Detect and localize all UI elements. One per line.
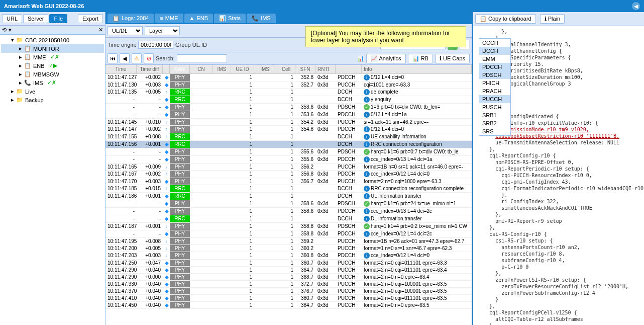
tree-item-enb[interactable]: ▸📋ENB✓▶ (1, 61, 104, 70)
file-button[interactable]: File (49, 14, 67, 23)
table-row[interactable]: 10:11:47.170+0.003◆PHY11356.70x3dPUCCHfo… (105, 178, 472, 185)
table-row[interactable]: 10:11:47.195+0.008↓PHY11359.2PUCCHformat… (105, 238, 472, 245)
col-header[interactable] (163, 65, 170, 73)
table-row[interactable]: 10:11:47.135+0.005↑RRC11DCCHide complete (105, 89, 472, 96)
table-row[interactable]: 10:11:47.165+0.009↓PHY11356.2PUCCHformat… (105, 164, 472, 171)
table-row[interactable]: 10:11:47.290+0.000◆PHY11368.70x3dPUCCHfo… (105, 274, 472, 281)
uecaps-button[interactable]: ℹ UE Caps (435, 54, 470, 63)
uldl-select[interactable]: UL/DL (108, 26, 143, 35)
url-button[interactable]: URL (2, 14, 22, 23)
table-row[interactable]: 10:11:47.370+0.040◆PHY11376.70x3dPUCCHfo… (105, 288, 472, 295)
nav-back-icon[interactable]: ◀ (120, 53, 130, 63)
table-row[interactable]: 10:11:47.330+0.040◆PHY11372.70x3dPUCCHfo… (105, 281, 472, 288)
tree-item-cbc-2021050100[interactable]: ▾📁CBC-2021050100 (1, 36, 104, 44)
tree-item-mme[interactable]: ▸📋MME✓✗ (1, 53, 104, 61)
table-row[interactable]: --◆PHY11355.60x3dPDCCHicce_index=0/13 L=… (105, 156, 472, 164)
dropdown-item[interactable]: PDCCH (479, 63, 510, 71)
export-button[interactable]: Export (78, 14, 103, 23)
col-header[interactable]: RAN (170, 65, 190, 73)
tab-enb[interactable]: ▲ENB (184, 14, 213, 23)
close-icon[interactable]: ✕ (98, 27, 103, 33)
col-header[interactable]: Cell (277, 65, 295, 73)
table-row[interactable]: --◆PHY11355.60x3dPDSCH✓harq=0 k1=6 prb=0… (105, 148, 472, 156)
table-row[interactable]: 10:11:47.167+0.002↑PHY11356.80x3dPDCCHic… (105, 171, 472, 178)
col-header[interactable]: UE ID (231, 65, 254, 73)
layer-select[interactable]: Layer (145, 26, 180, 35)
dropdown-item[interactable]: SRB1 (479, 111, 510, 119)
dropdown-item[interactable]: PRACH (479, 87, 510, 95)
table-row[interactable]: --◆PHY11353.60x3dPDCCHi0/13 L=4 dci=1a (105, 111, 472, 119)
dropdown-item[interactable]: PUSCH (479, 103, 510, 111)
table-row[interactable]: 10:11:47.155+0.008↑RRC11DCCHiUE capabili… (105, 133, 472, 141)
copy-button[interactable]: 📋 Copy to clipboard (475, 14, 536, 24)
collapse-left-icon[interactable]: ◀ (632, 2, 640, 10)
table-row[interactable]: 10:11:47.145+0.010↓PHY11354.20x3dPUCCHsr… (105, 119, 472, 126)
tab-ims[interactable]: 📞IMS (247, 14, 276, 23)
dropdown-item[interactable]: PUCCH (479, 95, 510, 103)
table-row[interactable]: --◆PHY11358.60x3dPDCCHicce_index=0/13 L=… (105, 208, 472, 215)
tree: ▾📁CBC-2021050100▸📋MONITOR▸📋MME✓✗▸📋ENB✓▶▸… (0, 35, 105, 325)
nav-first-icon[interactable]: ⏮ (108, 53, 118, 63)
col-header[interactable] (336, 65, 362, 73)
warning-icon[interactable]: ⚠ (132, 53, 142, 63)
search-label: Search: (156, 55, 175, 61)
table-row[interactable]: 10:11:47.450+0.040◆PHY11384.70x3dPUCCHfo… (105, 302, 472, 309)
chart-icon[interactable]: 📊 (357, 55, 364, 62)
table-row[interactable]: 10:11:47.130+0.003◆PHY11352.70x3dPUCCHcq… (105, 82, 472, 89)
table-row[interactable]: 10:11:47.156+0.001◆RRC11DCCHiRRC connect… (105, 141, 472, 148)
table-row[interactable]: --◆PHY11358.60x3dPDSCH✓harq=0 k1=6 prb=2… (105, 200, 472, 208)
tree-item-monitor[interactable]: ▸📋MONITOR (1, 44, 104, 53)
plain-button[interactable]: ℹ Plain (540, 14, 565, 24)
table-row[interactable]: 10:11:47.185+0.015↑RRC11DCCHiRRC connect… (105, 185, 472, 193)
col-header[interactable]: RNTI (315, 65, 336, 73)
rb-button[interactable]: 📊 RB (408, 54, 433, 63)
dropdown-item[interactable]: SRB2 (479, 119, 510, 127)
log-grid: TimeTime diffRANCNIMSUE IDIMSICellSFNRNT… (105, 65, 472, 325)
col-header[interactable]: Info (362, 65, 472, 73)
table-row[interactable]: 10:11:47.410+0.040◆PHY11380.70x3dPUCCHfo… (105, 295, 472, 302)
col-header[interactable]: SFN (295, 65, 315, 73)
tab-stats[interactable]: 📊Stats (214, 14, 246, 23)
tree-item-live[interactable]: ▸📁Live (1, 87, 104, 96)
tree-item-ims[interactable]: ▸📞IMS✓✗ (1, 78, 104, 87)
refresh-icon[interactable]: ⟲ (2, 27, 7, 33)
dropdown-item[interactable]: CCCH (479, 39, 510, 47)
expand-icon[interactable]: ▾ (9, 27, 12, 33)
time-origin-label: Time origin: (108, 42, 136, 48)
app-title: Amarisoft Web GUI 2022-08-26 (4, 3, 632, 9)
dropdown-item[interactable]: SRS (479, 127, 510, 135)
error-icon[interactable]: ⊘ (144, 53, 154, 63)
table-row[interactable]: --◆PHY11358.80x3dPDCCHicce_index=0/12 L=… (105, 230, 472, 238)
col-header[interactable]: Time (105, 65, 137, 73)
dropdown-item[interactable]: PHICH (479, 79, 510, 87)
search-input[interactable] (177, 54, 227, 62)
dropdown-item[interactable]: EMM (479, 55, 510, 63)
tab-mme[interactable]: ≡MME (155, 14, 183, 23)
col-header[interactable]: IMSI (254, 65, 277, 73)
table-row[interactable]: 10:11:47.127+0.002◆PHY11352.80x3dPDCCHi0… (105, 74, 472, 82)
filter-tooltip: [Optional] You may filter the following … (305, 26, 466, 47)
tab-logs-[interactable]: 📋Logs: 2084 (108, 14, 154, 23)
server-button[interactable]: Server (23, 14, 48, 23)
col-header[interactable]: IMS (213, 65, 231, 73)
group-ue-label: Group UE ID (175, 42, 207, 48)
table-row[interactable]: 10:11:47.186+0.001◆RRC11DCCHiUL informat… (105, 193, 472, 200)
tree-item-mbmsgw[interactable]: ▸📋MBMSGW (1, 70, 104, 78)
channel-dropdown[interactable]: CCCHDCCHEMMPDCCHPDSCHPHICHPRACHPUCCHPUSC… (479, 38, 511, 136)
table-row[interactable]: 10:11:47.290+0.040◆PHY11364.70x3dPUCCHfo… (105, 267, 472, 274)
table-row[interactable]: 10:11:47.250+0.047◆PHY11360.70x3dPUCCHfo… (105, 260, 472, 267)
table-row[interactable]: --◆PHY11353.60x3dPDSCH✓1=6 prb=0 tx=div … (105, 104, 472, 111)
table-row[interactable]: 10:11:47.147+0.002↑PHY11354.80x3dPDCCHi0… (105, 126, 472, 133)
table-row[interactable]: --◆RRC11DCCHiDL information transfer (105, 215, 472, 223)
analytics-button[interactable]: 📈 Analytics (366, 54, 405, 63)
table-row[interactable]: 10:11:47.200+0.005↓PHY11360.2PUCCHformat… (105, 245, 472, 252)
tree-item-backup[interactable]: ▸📁Backup (1, 96, 104, 104)
col-header[interactable]: Time diff (137, 65, 163, 73)
dropdown-item[interactable]: PDSCH (479, 71, 510, 79)
col-header[interactable]: CN (190, 65, 213, 73)
table-row[interactable]: 10:11:47.203+0.003↓PHY11360.80x3dPDCCHic… (105, 252, 472, 260)
table-row[interactable]: 10:11:47.187+0.001↓PHY11358.80x3dPDSCH✓h… (105, 223, 472, 230)
time-origin-input[interactable] (138, 41, 173, 49)
table-row[interactable]: --◆RRC11DCCHiy enquiry (105, 96, 472, 104)
dropdown-item[interactable]: DCCH (479, 47, 510, 55)
